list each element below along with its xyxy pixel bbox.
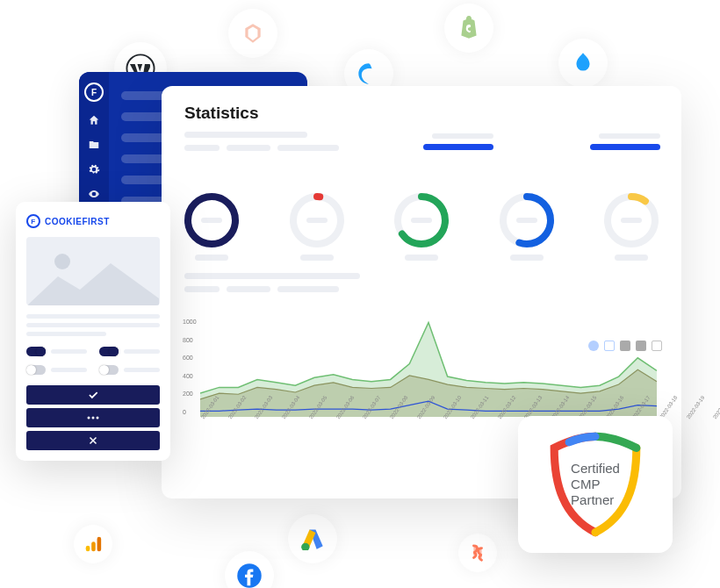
banner-buttons bbox=[26, 385, 160, 450]
metric-ring bbox=[500, 193, 554, 261]
image-placeholder bbox=[26, 237, 160, 305]
cookiefirst-logo-icon: F bbox=[26, 214, 40, 228]
cookie-banner-preview: F COOKIEFIRST bbox=[16, 202, 170, 461]
banner-text-placeholder bbox=[26, 314, 160, 336]
folder-icon[interactable] bbox=[88, 139, 100, 151]
svg-rect-1 bbox=[86, 546, 90, 551]
highlight-bar bbox=[423, 144, 493, 150]
google-ads-icon bbox=[288, 514, 337, 563]
show-icon[interactable] bbox=[88, 188, 100, 200]
svg-rect-2 bbox=[91, 541, 96, 551]
metric-rings bbox=[184, 193, 659, 261]
settings-button[interactable] bbox=[26, 408, 160, 427]
hotjar-icon bbox=[458, 534, 497, 572]
home-icon[interactable] bbox=[88, 114, 100, 126]
consent-toggles bbox=[26, 347, 160, 375]
magento-icon bbox=[228, 9, 277, 58]
metric-ring bbox=[604, 193, 659, 261]
consent-toggle[interactable] bbox=[99, 347, 160, 356]
facebook-icon bbox=[225, 551, 274, 588]
drupal-icon bbox=[558, 39, 608, 88]
settings-icon[interactable] bbox=[88, 163, 100, 176]
brand-label: COOKIEFIRST bbox=[45, 217, 110, 226]
svg-point-16 bbox=[54, 254, 70, 269]
consent-toggle[interactable] bbox=[26, 365, 87, 375]
svg-point-19 bbox=[97, 417, 99, 419]
metric-ring bbox=[184, 193, 239, 261]
google-analytics-icon bbox=[74, 525, 112, 563]
highlight-bar bbox=[590, 144, 660, 150]
consent-toggle[interactable] bbox=[99, 365, 160, 375]
shopify-icon bbox=[444, 4, 493, 53]
badge-text: CertifiedCMPPartner bbox=[571, 461, 620, 508]
metric-ring bbox=[394, 193, 449, 261]
svg-point-18 bbox=[92, 417, 95, 419]
page-title: Statistics bbox=[184, 104, 659, 123]
cookiefirst-logo-icon: F bbox=[84, 82, 104, 102]
cookiefirst-logo: F COOKIEFIRST bbox=[26, 214, 160, 228]
svg-point-17 bbox=[88, 417, 90, 419]
stat-highlights bbox=[423, 133, 660, 150]
svg-rect-3 bbox=[97, 537, 102, 552]
accept-button[interactable] bbox=[26, 385, 160, 405]
metric-ring bbox=[290, 193, 344, 261]
certified-cmp-partner-badge: CertifiedCMPPartner bbox=[518, 416, 673, 553]
reject-button[interactable] bbox=[26, 431, 160, 450]
consent-toggle[interactable] bbox=[26, 347, 87, 356]
